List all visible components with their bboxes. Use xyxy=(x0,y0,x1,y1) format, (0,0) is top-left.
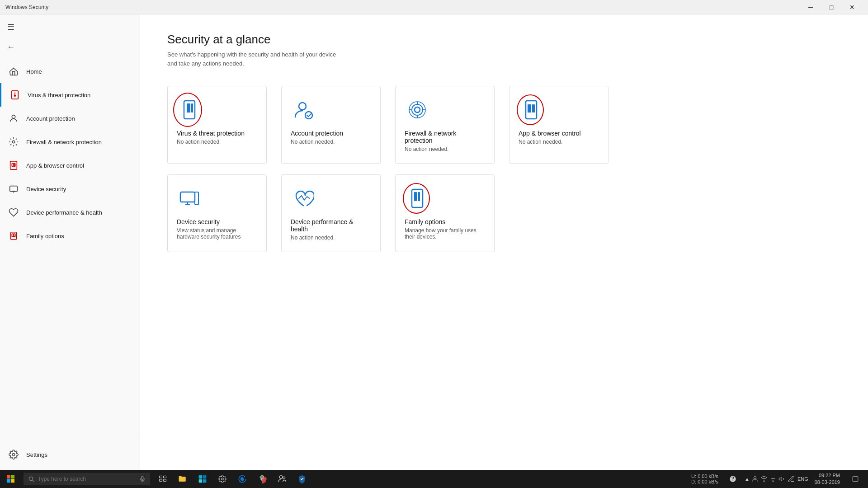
sidebar-item-settings[interactable]: Settings xyxy=(0,443,140,466)
sidebar-item-family[interactable]: Family options xyxy=(0,224,140,248)
card-status-device-security: View status and manage hardware security… xyxy=(177,227,257,240)
network-upload: U: 0.00 kB/s xyxy=(691,474,718,479)
card-status-family: Manage how your family uses their device… xyxy=(405,227,485,240)
page-subtitle: See what's happening with the security a… xyxy=(167,50,841,68)
start-button[interactable] xyxy=(0,470,22,488)
svg-line-43 xyxy=(33,480,34,482)
sidebar-label-firewall: Firewall & network protection xyxy=(26,139,102,145)
hamburger-button[interactable]: ☰ xyxy=(2,18,20,36)
svg-rect-46 xyxy=(160,476,162,478)
card-title-device-health: Device performance & health xyxy=(291,218,371,233)
svg-rect-28 xyxy=(528,104,531,113)
card-icon-firewall xyxy=(405,97,430,122)
sidebar-label-settings: Settings xyxy=(26,451,47,458)
svg-rect-41 xyxy=(11,479,14,483)
card-icon-account xyxy=(291,97,316,122)
home-icon xyxy=(7,65,20,78)
svg-rect-16 xyxy=(187,103,190,113)
card-icon-device-health xyxy=(291,186,316,211)
firewall-nav-icon xyxy=(7,136,20,148)
settings-taskbar-button[interactable] xyxy=(213,470,231,488)
sidebar-label-device-security: Device security xyxy=(26,186,66,192)
svg-point-3 xyxy=(12,115,15,118)
back-button[interactable]: ← xyxy=(2,38,20,56)
svg-rect-40 xyxy=(7,479,10,483)
svg-rect-50 xyxy=(199,475,203,479)
sidebar-item-virus[interactable]: Virus & threat protection xyxy=(0,83,140,107)
svg-point-2 xyxy=(14,95,16,96)
svg-rect-36 xyxy=(414,192,417,201)
security-taskbar-button[interactable] xyxy=(293,470,311,488)
card-account[interactable]: Account protection No action needed. xyxy=(281,86,381,164)
sidebar-label-home: Home xyxy=(26,68,42,75)
desktop-button[interactable] xyxy=(846,470,864,488)
task-view-button[interactable] xyxy=(154,470,172,488)
chrome-button[interactable] xyxy=(253,470,271,488)
taskbar-systray: U: 0.00 kB/s D: 0.00 kB/s ▲ ENG 09:22 PM… xyxy=(691,470,868,488)
svg-rect-35 xyxy=(412,189,423,207)
sidebar-item-device-security[interactable]: Device security xyxy=(0,177,140,201)
svg-rect-6 xyxy=(12,163,14,166)
card-status-app-browser: No action needed. xyxy=(519,139,599,145)
svg-point-42 xyxy=(29,477,33,480)
card-icon-virus xyxy=(177,97,202,122)
card-app-browser[interactable]: App & browser control No action needed. xyxy=(509,86,609,164)
titlebar-controls: ─ □ ✕ xyxy=(800,0,863,14)
file-explorer-button[interactable] xyxy=(174,470,192,488)
card-title-account: Account protection xyxy=(291,130,371,137)
settings-icon xyxy=(7,448,20,461)
sidebar-label-account: Account protection xyxy=(26,115,75,122)
sidebar-label-virus: Virus & threat protection xyxy=(28,92,90,99)
sidebar-item-device-health[interactable]: Device performance & health xyxy=(0,201,140,224)
edge-button[interactable] xyxy=(233,470,251,488)
card-icon-app-browser xyxy=(519,97,544,122)
cards-grid: Virus & threat protection No action need… xyxy=(167,86,841,252)
person-systray-icon xyxy=(751,475,759,483)
sidebar-item-app-browser[interactable]: App & browser control xyxy=(0,154,140,177)
systray-icons: ▲ xyxy=(745,475,795,483)
close-button[interactable]: ✕ xyxy=(842,0,863,14)
sidebar-item-firewall[interactable]: Firewall & network protection xyxy=(0,130,140,154)
svg-point-21 xyxy=(412,104,423,115)
card-device-health[interactable]: Device performance & health No action ne… xyxy=(281,174,381,252)
svg-rect-37 xyxy=(418,192,420,201)
card-title-firewall: Firewall & network protection xyxy=(405,130,485,144)
sidebar-label-device-health: Device performance & health xyxy=(26,209,102,216)
card-title-virus: Virus & threat protection xyxy=(177,130,257,137)
taskbar-clock[interactable]: 09:22 PM 08-03-2019 xyxy=(811,472,844,486)
people-button[interactable] xyxy=(273,470,291,488)
svg-point-58 xyxy=(261,476,264,479)
main-content: Security at a glance See what's happenin… xyxy=(140,14,868,470)
svg-point-63 xyxy=(773,481,773,482)
sidebar-item-home[interactable]: Home xyxy=(0,60,140,83)
card-firewall[interactable]: Firewall & network protection No action … xyxy=(395,86,495,164)
svg-rect-38 xyxy=(7,475,10,479)
svg-rect-53 xyxy=(203,479,207,483)
card-virus[interactable]: Virus & threat protection No action need… xyxy=(167,86,267,164)
app-browser-nav-icon xyxy=(7,159,20,172)
svg-rect-64 xyxy=(853,476,858,482)
taskbar-search-input[interactable] xyxy=(38,476,136,482)
svg-rect-47 xyxy=(164,476,166,478)
help-button[interactable] xyxy=(724,470,742,488)
svg-point-14 xyxy=(12,453,15,456)
wifi-systray-icon xyxy=(769,475,777,483)
taskbar-search-bar[interactable] xyxy=(24,473,150,485)
card-device-security[interactable]: Device security View status and manage h… xyxy=(167,174,267,252)
card-title-app-browser: App & browser control xyxy=(519,130,599,137)
network-download: D: 0.00 kB/s xyxy=(691,479,718,484)
svg-rect-17 xyxy=(191,103,193,113)
svg-point-19 xyxy=(305,112,312,119)
minimize-button[interactable]: ─ xyxy=(800,0,821,14)
card-family[interactable]: Family options Manage how your family us… xyxy=(395,174,495,252)
sidebar-item-account[interactable]: Account protection xyxy=(0,107,140,130)
hamburger-icon: ☰ xyxy=(7,22,14,32)
maximize-button[interactable]: □ xyxy=(821,0,842,14)
card-title-device-security: Device security xyxy=(177,218,257,225)
app-container: ☰ ← Home Virus & thre xyxy=(0,14,868,470)
svg-point-60 xyxy=(283,477,285,479)
svg-point-18 xyxy=(299,103,306,110)
svg-point-4 xyxy=(12,141,15,143)
card-title-family: Family options xyxy=(405,218,485,225)
store-button[interactable] xyxy=(193,470,212,488)
